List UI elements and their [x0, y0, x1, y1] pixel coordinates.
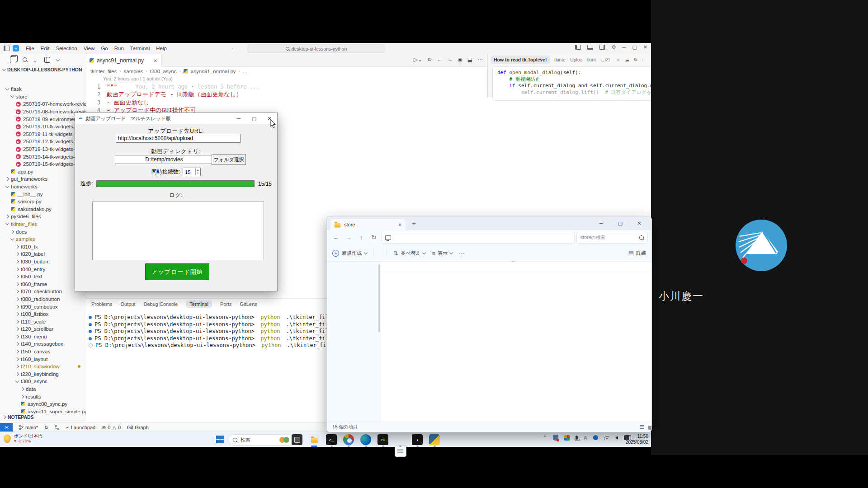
compare-status[interactable]: [55, 425, 59, 430]
chat-tab[interactable]: How to read tk.Toplevel: [491, 56, 550, 64]
minimize-icon[interactable]: ─: [623, 45, 626, 50]
breadcrumb-item[interactable]: async91_normal.py: [191, 69, 236, 74]
split-editor-icon[interactable]: ⬓: [467, 56, 472, 63]
chrome-button[interactable]: [343, 434, 354, 445]
maximize-icon[interactable]: ▢: [246, 116, 262, 122]
up-icon[interactable]: ↑: [356, 234, 367, 241]
menu-file[interactable]: File: [23, 46, 38, 51]
wifi-icon[interactable]: [604, 436, 609, 440]
close-tab-icon[interactable]: ✕: [398, 222, 402, 227]
restore-icon[interactable]: ▢: [632, 44, 637, 50]
microphone-icon[interactable]: [576, 436, 578, 440]
cloud-icon[interactable]: ☁: [624, 57, 629, 63]
new-button[interactable]: ＋ 新規作成: [332, 250, 367, 257]
close-icon[interactable]: ✕: [643, 44, 647, 50]
view-button[interactable]: ≡表示: [432, 250, 453, 257]
menu-run[interactable]: Run: [111, 46, 127, 51]
url-input[interactable]: http://localhost:5000/api/upload: [116, 134, 241, 143]
more-actions-icon[interactable]: ⋯: [477, 56, 483, 63]
path-breadcrumb[interactable]: [381, 232, 575, 244]
back-icon[interactable]: ←: [437, 56, 442, 63]
tree-item[interactable]: ▶250719-09-environment.mp4: [0, 115, 86, 123]
tree-item[interactable]: ▶250719-14-tk-widgets-layout.mp4: [0, 153, 86, 160]
breadcrumb-item[interactable]: samples: [124, 69, 143, 74]
menu-edit[interactable]: Edit: [38, 46, 53, 51]
chat-tab[interactable]: tkinte: [554, 57, 566, 62]
command-center-search[interactable]: desktop-ui-lessons-python: [248, 44, 384, 53]
tree-item[interactable]: t140_messagebox: [0, 340, 86, 348]
customize-layout-icon[interactable]: [4, 46, 10, 51]
tree-item[interactable]: flask: [0, 85, 86, 93]
directory-input[interactable]: D:/temp/movies: [115, 155, 213, 164]
app-tray-icon[interactable]: [564, 435, 570, 441]
search-box[interactable]: storeの検索: [576, 232, 648, 244]
panel-tab-ports[interactable]: Ports: [220, 301, 232, 307]
tree-item[interactable]: app.py: [0, 168, 86, 176]
chat-tab[interactable]: この: [600, 56, 610, 63]
tree-item[interactable]: t210_subwindow: [0, 363, 86, 371]
details-button[interactable]: ▤詳細: [628, 250, 646, 257]
tree-item[interactable]: samples: [0, 235, 86, 243]
tree-item[interactable]: ▶250719-15-tk-widgets-checkout.mp4: [0, 160, 86, 168]
tree-item[interactable]: async00_sync.py: [0, 400, 86, 408]
explorer-view-icon[interactable]: [10, 56, 16, 63]
forward-icon[interactable]: →: [447, 56, 453, 63]
start-button[interactable]: [216, 436, 224, 443]
tree-item[interactable]: t080_radiobutton: [0, 296, 86, 303]
tree-item[interactable]: data: [0, 385, 86, 393]
timeline-icon[interactable]: ↻: [427, 56, 432, 63]
chat-tab[interactable]: tkint: [587, 57, 596, 62]
tree-item[interactable]: t020_label: [0, 250, 86, 258]
tree-item[interactable]: pyside6_files: [0, 213, 86, 221]
maximize-icon[interactable]: ▢: [611, 221, 630, 226]
tree-item[interactable]: t030_button: [0, 258, 86, 266]
spinner-arrows-icon[interactable]: ▲▼: [195, 168, 200, 175]
tree-item[interactable]: ▶250719-13-tk-widgets-various.mp4: [0, 145, 86, 153]
search-view-icon[interactable]: [23, 57, 27, 62]
remote-indicator[interactable]: ><: [0, 423, 13, 432]
tree-item[interactable]: t220_keybinding: [0, 371, 86, 378]
forward-icon[interactable]: →: [343, 234, 354, 241]
tree-item[interactable]: ▶250719-08-homework-review.mp4: [0, 108, 86, 116]
task-view-button[interactable]: [292, 434, 302, 445]
tree-item[interactable]: t120_scrollbar: [0, 325, 86, 333]
tree-item[interactable]: ▶250719-10-tk-widgets-introduction.mp4: [0, 123, 86, 131]
widgets-button[interactable]: ポンド/日本円 ▾ -1.70%: [4, 433, 42, 443]
settings-gear-icon[interactable]: ⚙: [612, 44, 616, 50]
concurrency-spinbox[interactable]: 15 ▲▼: [183, 168, 201, 176]
tree-item[interactable]: t050_text: [0, 273, 86, 281]
pycharm-button[interactable]: PC: [377, 434, 388, 445]
browser-button[interactable]: [360, 434, 371, 445]
breadcrumb-item[interactable]: t300_async: [150, 69, 177, 74]
menu-terminal[interactable]: Terminal: [127, 46, 153, 51]
minimize-icon[interactable]: ─: [592, 221, 611, 226]
tree-item[interactable]: ▶250719-07-homework-review.mp4: [0, 100, 86, 108]
tree-item[interactable]: __init__.py: [0, 190, 86, 198]
minimize-icon[interactable]: ─: [231, 116, 246, 122]
tree-item[interactable]: t130_menu: [0, 333, 86, 341]
volume-icon[interactable]: [615, 436, 618, 440]
close-icon[interactable]: ✕: [630, 221, 649, 226]
run-python-icon[interactable]: ▷⌄: [414, 56, 422, 63]
sidebar-section-notepads[interactable]: NOTEPADS: [0, 413, 86, 420]
tree-item[interactable]: tkinter_files: [0, 221, 86, 228]
menu-view[interactable]: View: [80, 46, 98, 51]
tree-item[interactable]: t010_tk: [0, 243, 86, 250]
codelens-blame[interactable]: You, 2 hours ago | 1 author (You): [103, 76, 173, 81]
more-icon[interactable]: ⋯: [642, 57, 647, 63]
tree-item[interactable]: ▶250719-11-tk-widgets-how-to-study-widge…: [0, 131, 86, 138]
run-circle-icon[interactable]: ◉: [458, 56, 462, 63]
python-app-button[interactable]: [429, 434, 440, 445]
panel-tab-problems[interactable]: Problems: [91, 301, 112, 307]
folder-select-button[interactable]: フォルダ選択: [212, 154, 246, 165]
tree-item[interactable]: t060_frame: [0, 280, 86, 288]
tree-item[interactable]: sakuradako.py: [0, 206, 86, 213]
tray-expand-icon[interactable]: ⌃: [543, 435, 547, 441]
panel-tab-output[interactable]: Output: [120, 301, 135, 307]
tree-item[interactable]: t070_checkbutton: [0, 288, 86, 296]
tree-item[interactable]: t040_entry: [0, 265, 86, 273]
tree-item[interactable]: store: [0, 93, 86, 101]
chevron-down-icon[interactable]: [56, 58, 60, 61]
launchpad-status[interactable]: 🗲Launchpad: [66, 425, 95, 431]
tree-item[interactable]: ▶250719-12-tk-widgets-choices.mp4: [0, 138, 86, 145]
